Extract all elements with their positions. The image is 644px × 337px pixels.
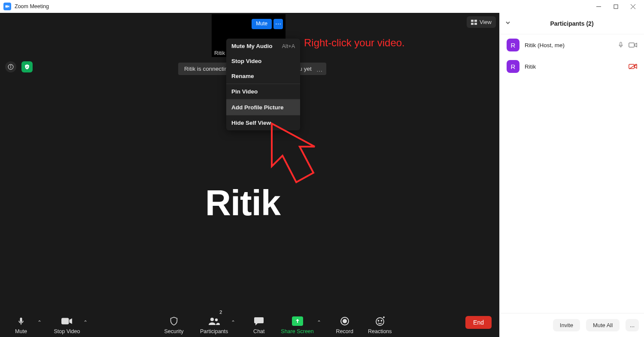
menu-add-profile-picture[interactable]: Add Profile Picture [226,99,300,115]
menu-stop-video[interactable]: Stop Video [226,54,300,69]
view-button[interactable]: View [467,16,496,28]
participant-row[interactable]: R Ritik [500,56,644,77]
svg-point-19 [381,320,382,321]
svg-point-16 [343,319,346,323]
mute-all-button[interactable]: Mute All [586,319,620,331]
participants-button[interactable]: Participants 2 [200,310,228,334]
participants-list: R Ritik (Host, me) R Ritik [500,34,644,313]
camera-icon [629,42,637,48]
status-more-icon[interactable]: ... [317,66,323,73]
people-icon [208,316,220,326]
security-button[interactable]: Security [161,310,187,334]
svg-rect-9 [471,23,474,25]
thumb-more-button[interactable]: ⋯ [273,19,283,29]
avatar: R [507,60,519,73]
participants-chevron[interactable]: ⌃ [229,310,237,334]
record-button[interactable]: Record [331,310,358,334]
svg-point-13 [210,318,214,321]
titlebar-left: Zoom Meeting [3,3,49,10]
reactions-button[interactable]: Reactions [367,310,393,334]
svg-rect-8 [474,20,477,22]
main-participant-name: Ritik [205,183,280,224]
menu-rename[interactable]: Rename [226,69,300,84]
svg-line-25 [629,64,637,69]
svg-point-14 [215,319,217,321]
participants-more-button[interactable]: ... [626,319,639,331]
view-label: View [480,19,492,25]
video-options-chevron[interactable]: ⌃ [82,310,89,334]
share-screen-button[interactable]: Share Screen [281,310,313,334]
stop-video-button[interactable]: Stop Video [54,310,80,334]
record-icon [340,316,349,326]
share-icon [292,316,303,326]
minimize-button[interactable] [590,0,607,12]
close-button[interactable] [624,0,641,12]
svg-rect-1 [614,5,618,9]
titlebar: Zoom Meeting [0,0,644,13]
invite-button[interactable]: Invite [553,319,580,331]
shield-icon [169,316,179,326]
video-context-menu: Mute My Audio Alt+A Stop Video Rename Pi… [226,39,300,130]
svg-rect-24 [629,64,635,69]
svg-rect-11 [21,323,21,325]
participant-name: Ritik [525,63,623,70]
microphone-icon [617,41,624,49]
thumb-participant-name: Ritik [214,50,225,56]
grid-icon [471,20,477,25]
end-button[interactable]: End [465,316,492,329]
svg-rect-10 [474,23,477,25]
maximize-button[interactable] [607,0,624,12]
svg-point-18 [378,320,379,321]
participants-footer: Invite Mute All ... [500,313,644,337]
video-icon [61,317,73,325]
menu-mute-my-audio[interactable]: Mute My Audio Alt+A [226,39,300,54]
mute-button[interactable]: Mute [8,310,34,334]
encryption-shield-icon[interactable] [21,61,33,72]
svg-rect-7 [471,20,474,22]
svg-point-17 [376,318,384,325]
chat-icon [254,316,264,326]
smile-icon [375,316,385,326]
participants-header: Participants (2) [500,13,644,34]
window-title: Zoom Meeting [15,3,49,9]
collapse-panel-chevron[interactable] [505,20,511,27]
annotation-text: Right-click your video. [304,37,405,49]
svg-rect-23 [629,43,635,47]
thumb-mute-button[interactable]: Mute [252,19,272,29]
menu-pin-video[interactable]: Pin Video [226,84,300,99]
share-chevron[interactable]: ⌃ [315,310,323,334]
participants-panel: Participants (2) R Ritik (Host, me) R Ri… [499,13,644,337]
participants-count: 2 [219,310,222,315]
participant-row[interactable]: R Ritik (Host, me) [500,34,644,56]
info-icon[interactable] [5,61,16,72]
svg-point-6 [11,66,11,66]
chat-button[interactable]: Chat [246,310,272,334]
mute-options-chevron[interactable]: ⌃ [36,310,43,334]
participants-title: Participants (2) [500,20,644,27]
window-controls [590,0,641,12]
zoom-logo-icon [3,3,11,10]
menu-hide-self-view[interactable]: Hide Self View [226,115,300,130]
camera-off-icon [629,63,637,69]
participant-name: Ritik (Host, me) [525,42,612,48]
avatar: R [507,39,519,51]
video-area: Mute ⋯ Ritik Ritik is connecting to audi… [0,13,499,337]
meeting-toolbar: Mute ⌃ Stop Video ⌃ Security [0,308,499,337]
microphone-icon [17,316,25,326]
svg-rect-12 [61,318,69,324]
